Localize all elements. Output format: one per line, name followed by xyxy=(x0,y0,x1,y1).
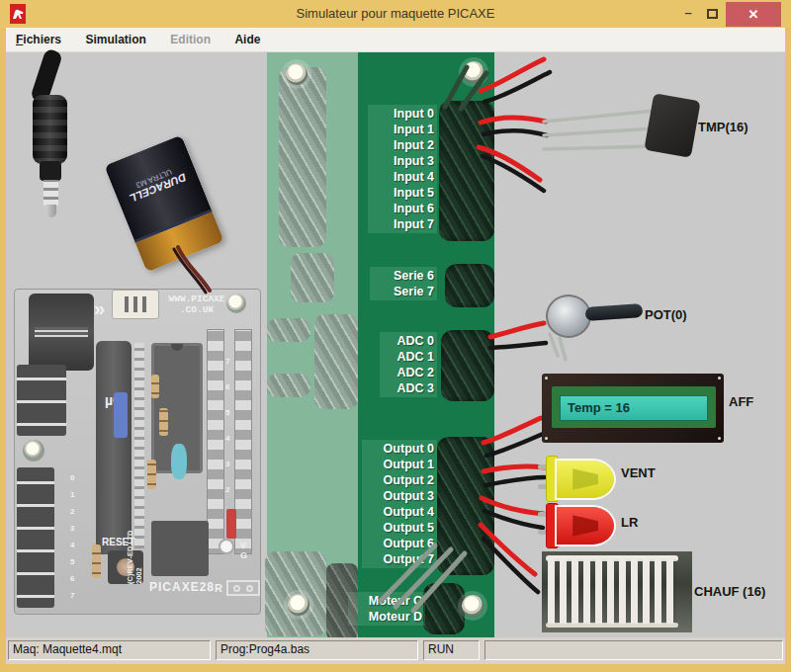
tmp-sensor[interactable] xyxy=(644,93,700,157)
window-title: Simulateur pour maquette PICAXE xyxy=(0,6,791,21)
pot-body[interactable] xyxy=(546,294,591,338)
pin-header-gray xyxy=(267,318,310,342)
status-extra-panel xyxy=(484,640,783,660)
output-4-label: Output 4 xyxy=(365,504,434,520)
adc-labels: ADC 0 ADC 1 ADC 2 ADC 3 xyxy=(380,332,437,397)
screw-hole xyxy=(463,61,484,83)
component-blue xyxy=(114,392,128,438)
jack-body xyxy=(33,95,67,164)
vent-label: VENT xyxy=(621,465,656,480)
pcb-socket-column xyxy=(134,343,144,548)
menu-item-fichiers[interactable]: Fichiers xyxy=(6,28,71,46)
output-header-block[interactable] xyxy=(437,437,494,575)
maximize-button[interactable] xyxy=(702,4,722,24)
menu-item-simulation[interactable]: Simulation xyxy=(76,28,156,46)
input-labels: Input 0 Input 1 Input 2 Input 3 Input 4 … xyxy=(368,105,437,233)
minimize-button[interactable]: – xyxy=(678,4,698,24)
input-4-label: Input 4 xyxy=(371,169,434,185)
output-2-label: Output 2 xyxy=(365,472,434,488)
jack-socket-contacts xyxy=(35,327,88,337)
screw-hole xyxy=(288,594,309,616)
adc-1-label: ADC 1 xyxy=(383,349,434,365)
moteur-d-label: Moteur D xyxy=(351,609,422,625)
pcb-connector xyxy=(112,290,159,319)
lcd-frame: Temp = 16 xyxy=(552,386,716,428)
input-2-label: Input 2 xyxy=(371,137,434,153)
jack-tip xyxy=(45,205,56,217)
status-prog-panel: Prog:Prog4a.bas xyxy=(216,640,418,660)
r-silkscreen: R xyxy=(215,582,222,594)
input-3-label: Input 3 xyxy=(371,153,434,169)
output-labels: Output 0 Output 1 Output 2 Output 3 Outp… xyxy=(362,440,437,568)
radiator-tubes xyxy=(548,559,676,624)
jack-shaft xyxy=(44,180,58,206)
adc-0-label: ADC 0 xyxy=(383,333,434,349)
serie-6-label: Serie 6 xyxy=(373,268,434,284)
output-5-label: Output 5 xyxy=(365,520,434,536)
output-3-label: Output 3 xyxy=(365,488,434,504)
close-button[interactable]: ✕ xyxy=(726,2,781,27)
pin-header-gray xyxy=(279,67,326,247)
maximize-icon xyxy=(707,9,718,19)
led-vent-body xyxy=(557,461,614,498)
jack-neck xyxy=(40,161,61,181)
titlebar[interactable]: Simulateur pour maquette PICAXE – ✕ xyxy=(0,0,791,28)
vg-silkscreen: V G xyxy=(240,541,260,560)
app-window: Simulateur pour maquette PICAXE – ✕ Fich… xyxy=(0,0,791,672)
chevron-silkscreen: » xyxy=(94,297,105,320)
eeprom-chip xyxy=(151,521,209,576)
adc-2-label: ADC 2 xyxy=(383,365,434,380)
pcb-board: » WWW.PICAXE .CO.UK 0 1 2 3 4 5 6 7 µC 7… xyxy=(14,289,261,615)
pcb-header-left xyxy=(17,467,54,608)
pot-label: POT(0) xyxy=(645,307,687,322)
aff-label: AFF xyxy=(729,394,753,409)
input-header-block[interactable] xyxy=(439,101,494,241)
pcb-pin-numbers-left: 0 1 2 3 4 5 6 7 xyxy=(70,469,74,604)
component-red xyxy=(226,509,236,539)
r-pads xyxy=(226,580,260,596)
pcb-led-white xyxy=(219,539,234,554)
input-1-label: Input 1 xyxy=(371,122,434,137)
led-lr-body xyxy=(557,507,614,545)
serie-labels: Serie 6 Serie 7 xyxy=(370,267,437,300)
input-5-label: Input 5 xyxy=(371,185,434,201)
moteur-header-block[interactable] xyxy=(423,583,465,634)
screw-hole xyxy=(462,595,483,617)
capacitor-blue xyxy=(171,444,187,479)
adc-header-block[interactable] xyxy=(441,330,494,401)
output-6-label: Output 6 xyxy=(365,536,434,551)
lr-label: LR xyxy=(621,515,638,530)
pcb-header-left-top xyxy=(17,365,66,436)
input-6-label: Input 6 xyxy=(371,201,434,216)
serie-7-label: Serie 7 xyxy=(373,284,434,299)
status-maq-panel: Maq: Maquette4.mqt xyxy=(8,640,211,660)
status-run-panel: RUN xyxy=(423,640,480,660)
menu-item-aide[interactable]: Aide xyxy=(224,28,270,46)
jack-socket xyxy=(29,294,94,371)
input-7-label: Input 7 xyxy=(371,216,434,232)
output-1-label: Output 1 xyxy=(365,457,434,472)
pcb-screw-hole xyxy=(226,294,246,313)
tmp-label: TMP(16) xyxy=(698,120,748,134)
moteur-c-label: Moteur C xyxy=(351,593,422,609)
board-name-silkscreen: PICAXE28 xyxy=(149,580,215,594)
pcb-screw-hole xyxy=(23,440,44,462)
rev-silkscreen: (C)REV-ED LTD 2002 xyxy=(126,521,139,584)
pin-header-gray xyxy=(291,253,334,302)
pcb-header-right-a xyxy=(207,329,224,554)
resistor xyxy=(147,460,156,489)
menu-item-edition: Edition xyxy=(160,28,220,46)
pin-header-gray xyxy=(314,314,358,409)
input-0-label: Input 0 xyxy=(371,106,434,122)
statusbar: Maq: Maquette4.mqt Prog:Prog4a.bas RUN xyxy=(6,637,785,664)
lcd-display: Temp = 16 xyxy=(542,374,724,443)
resistor xyxy=(92,545,101,578)
adc-3-label: ADC 3 xyxy=(383,380,434,396)
chauf-label: CHAUF (16) xyxy=(694,584,765,599)
pcb-header-right-b xyxy=(234,329,252,554)
output-7-label: Output 7 xyxy=(365,551,434,567)
lcd-screen: Temp = 16 xyxy=(560,395,708,421)
screw-hole xyxy=(286,63,308,85)
serie-header-block[interactable] xyxy=(445,264,494,307)
radiator xyxy=(542,551,692,632)
